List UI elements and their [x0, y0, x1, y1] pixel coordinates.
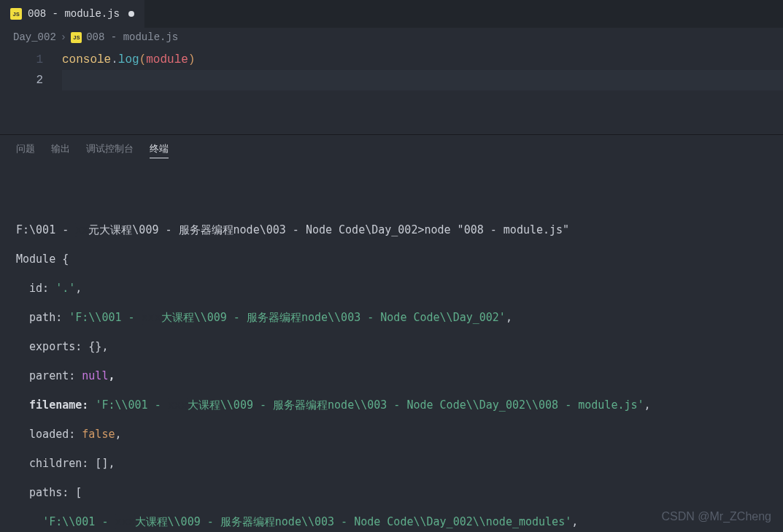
- tab-title: 008 - module.js: [28, 8, 120, 20]
- dirty-indicator-icon: [128, 11, 134, 17]
- terminal-line: 'F:\\001 - xxx大课程\\009 - 服务器编程node\\003 …: [16, 514, 767, 529]
- terminal-line: loaded: false,: [16, 427, 767, 442]
- code-line: [62, 70, 783, 90]
- panel-tabs: 问题 输出 调试控制台 终端: [0, 135, 783, 164]
- terminal-line: Module {: [16, 252, 767, 266]
- breadcrumb-file[interactable]: 008 - module.js: [86, 31, 178, 43]
- bottom-panel: 问题 输出 调试控制台 终端 F:\001 - xx元大课程\009 - 服务器…: [0, 134, 783, 532]
- tab-output[interactable]: 输出: [51, 142, 70, 158]
- line-number: 1: [0, 50, 43, 70]
- terminal-line: paths: [: [16, 485, 767, 500]
- chevron-right-icon: ›: [61, 31, 66, 43]
- tab-terminal[interactable]: 终端: [150, 142, 169, 158]
- editor-tab[interactable]: JS 008 - module.js: [0, 0, 144, 28]
- js-file-icon: JS: [71, 32, 82, 43]
- tab-problems[interactable]: 问题: [16, 142, 35, 158]
- code-content[interactable]: console.log(module): [62, 50, 783, 134]
- terminal-line: id: '.',: [16, 281, 767, 296]
- terminal-line: exports: {},: [16, 339, 767, 354]
- terminal-line: parent: null,: [16, 369, 767, 383]
- line-gutter: 1 2: [0, 50, 62, 134]
- tab-debug[interactable]: 调试控制台: [86, 142, 134, 158]
- terminal-line: children: [],: [16, 456, 767, 471]
- editor-area[interactable]: 1 2 console.log(module): [0, 47, 783, 134]
- terminal-line: path: 'F:\\001 - xxx大课程\\009 - 服务器编程node…: [16, 310, 767, 325]
- js-file-icon: JS: [10, 8, 22, 20]
- terminal-line: F:\001 - xx元大课程\009 - 服务器编程node\003 - No…: [16, 223, 767, 237]
- breadcrumb-folder[interactable]: Day_002: [13, 31, 56, 43]
- code-line: console.log(module): [62, 50, 783, 70]
- terminal-line: filename: 'F:\\001 - xxx大课程\\009 - 服务器编程…: [16, 398, 767, 412]
- breadcrumb: Day_002 › JS 008 - module.js: [0, 28, 783, 47]
- terminal-line: [16, 193, 767, 208]
- terminal-output[interactable]: F:\001 - xx元大课程\009 - 服务器编程node\003 - No…: [0, 164, 783, 532]
- line-number: 2: [0, 70, 43, 90]
- tab-bar: JS 008 - module.js: [0, 0, 783, 28]
- watermark: CSDN @Mr_ZCheng: [662, 510, 772, 523]
